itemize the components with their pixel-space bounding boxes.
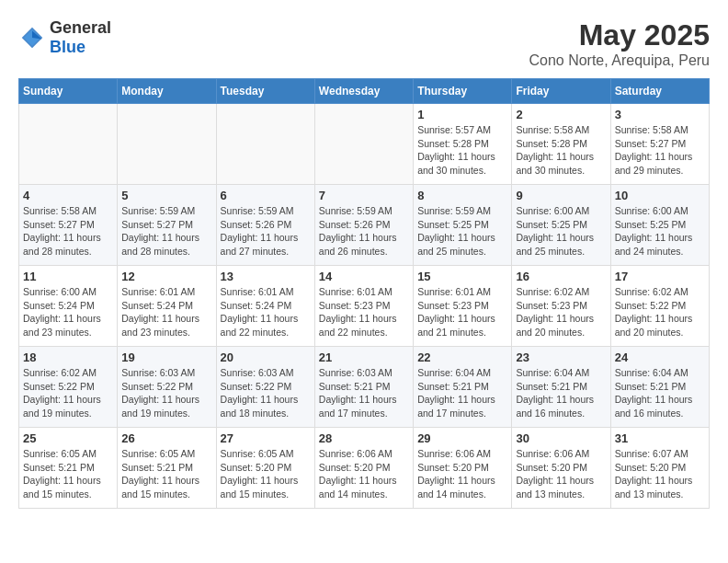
day-number: 20 [221, 350, 311, 364]
calendar-cell: 15Sunrise: 6:01 AM Sunset: 5:23 PM Dayli… [414, 266, 512, 347]
calendar-cell: 25Sunrise: 6:05 AM Sunset: 5:21 PM Dayli… [19, 428, 118, 509]
day-number: 15 [417, 270, 507, 283]
day-info: Sunrise: 6:00 AM Sunset: 5:25 PM Dayligh… [516, 204, 606, 259]
logo: General Blue [18, 18, 111, 57]
day-info: Sunrise: 5:57 AM Sunset: 5:28 PM Dayligh… [417, 123, 507, 178]
day-number: 11 [23, 270, 113, 283]
day-info: Sunrise: 6:03 AM Sunset: 5:22 PM Dayligh… [121, 366, 211, 420]
calendar-week-4: 18Sunrise: 6:02 AM Sunset: 5:22 PM Dayli… [19, 347, 710, 428]
calendar-cell: 27Sunrise: 6:05 AM Sunset: 5:20 PM Dayli… [216, 428, 314, 509]
day-info: Sunrise: 6:07 AM Sunset: 5:20 PM Dayligh… [615, 447, 705, 501]
day-info: Sunrise: 6:03 AM Sunset: 5:21 PM Dayligh… [319, 366, 409, 420]
day-info: Sunrise: 6:06 AM Sunset: 5:20 PM Dayligh… [516, 447, 606, 501]
day-number: 6 [221, 189, 311, 202]
page-subtitle: Cono Norte, Arequipa, Peru [529, 52, 710, 69]
calendar-cell: 8Sunrise: 5:59 AM Sunset: 5:25 PM Daylig… [414, 185, 512, 266]
day-info: Sunrise: 6:02 AM Sunset: 5:22 PM Dayligh… [23, 366, 113, 420]
day-number: 21 [319, 350, 409, 364]
calendar-cell: 22Sunrise: 6:04 AM Sunset: 5:21 PM Dayli… [414, 347, 512, 428]
calendar-cell: 28Sunrise: 6:06 AM Sunset: 5:20 PM Dayli… [314, 428, 413, 509]
day-info: Sunrise: 6:05 AM Sunset: 5:21 PM Dayligh… [23, 447, 113, 501]
day-info: Sunrise: 6:04 AM Sunset: 5:21 PM Dayligh… [417, 366, 507, 420]
calendar-cell: 26Sunrise: 6:05 AM Sunset: 5:21 PM Dayli… [118, 428, 216, 509]
logo-icon [18, 24, 46, 52]
day-info: Sunrise: 5:59 AM Sunset: 5:26 PM Dayligh… [221, 204, 311, 259]
calendar-header-row: SundayMondayTuesdayWednesdayThursdayFrid… [19, 79, 710, 104]
day-number: 22 [417, 350, 507, 364]
day-number: 27 [221, 431, 311, 445]
day-info: Sunrise: 5:58 AM Sunset: 5:27 PM Dayligh… [615, 123, 705, 178]
calendar-cell [19, 104, 118, 185]
day-number: 14 [319, 270, 409, 283]
logo-general-text: General [50, 18, 111, 38]
day-info: Sunrise: 5:59 AM Sunset: 5:26 PM Dayligh… [319, 204, 409, 259]
day-number: 9 [516, 189, 606, 202]
calendar-cell: 11Sunrise: 6:00 AM Sunset: 5:24 PM Dayli… [19, 266, 118, 347]
day-number: 26 [121, 431, 211, 445]
calendar-cell: 23Sunrise: 6:04 AM Sunset: 5:21 PM Dayli… [512, 347, 610, 428]
day-number: 25 [23, 431, 113, 445]
day-info: Sunrise: 6:05 AM Sunset: 5:21 PM Dayligh… [121, 447, 211, 501]
day-number: 18 [23, 350, 113, 364]
day-number: 19 [121, 350, 211, 364]
title-block: May 2025 Cono Norte, Arequipa, Peru [529, 18, 710, 69]
day-number: 1 [417, 108, 507, 121]
day-info: Sunrise: 6:04 AM Sunset: 5:21 PM Dayligh… [516, 366, 606, 420]
day-info: Sunrise: 5:58 AM Sunset: 5:27 PM Dayligh… [23, 204, 113, 259]
day-info: Sunrise: 6:00 AM Sunset: 5:25 PM Dayligh… [615, 204, 705, 259]
day-header-thursday: Thursday [414, 79, 512, 104]
calendar-cell: 2Sunrise: 5:58 AM Sunset: 5:28 PM Daylig… [512, 104, 610, 185]
day-number: 24 [615, 350, 705, 364]
day-header-saturday: Saturday [610, 79, 709, 104]
calendar-cell: 16Sunrise: 6:02 AM Sunset: 5:23 PM Dayli… [512, 266, 610, 347]
day-info: Sunrise: 6:06 AM Sunset: 5:20 PM Dayligh… [417, 447, 507, 501]
day-number: 4 [23, 189, 113, 202]
day-header-tuesday: Tuesday [216, 79, 314, 104]
calendar-cell [314, 104, 413, 185]
calendar-cell: 10Sunrise: 6:00 AM Sunset: 5:25 PM Dayli… [610, 185, 709, 266]
calendar-cell: 6Sunrise: 5:59 AM Sunset: 5:26 PM Daylig… [216, 185, 314, 266]
calendar-cell: 29Sunrise: 6:06 AM Sunset: 5:20 PM Dayli… [414, 428, 512, 509]
day-number: 10 [615, 189, 705, 202]
day-number: 29 [417, 431, 507, 445]
day-number: 8 [417, 189, 507, 202]
page-title: May 2025 [529, 18, 710, 52]
calendar-cell: 14Sunrise: 6:01 AM Sunset: 5:23 PM Dayli… [314, 266, 413, 347]
calendar-cell [216, 104, 314, 185]
day-info: Sunrise: 6:01 AM Sunset: 5:24 PM Dayligh… [121, 285, 211, 339]
calendar-week-5: 25Sunrise: 6:05 AM Sunset: 5:21 PM Dayli… [19, 428, 710, 509]
day-info: Sunrise: 6:02 AM Sunset: 5:22 PM Dayligh… [615, 285, 705, 339]
logo-text: General Blue [50, 18, 111, 57]
calendar-cell: 4Sunrise: 5:58 AM Sunset: 5:27 PM Daylig… [19, 185, 118, 266]
day-info: Sunrise: 6:01 AM Sunset: 5:23 PM Dayligh… [319, 285, 409, 339]
day-number: 31 [615, 431, 705, 445]
calendar-cell: 9Sunrise: 6:00 AM Sunset: 5:25 PM Daylig… [512, 185, 610, 266]
calendar-cell: 30Sunrise: 6:06 AM Sunset: 5:20 PM Dayli… [512, 428, 610, 509]
day-info: Sunrise: 5:59 AM Sunset: 5:25 PM Dayligh… [417, 204, 507, 259]
calendar-cell: 18Sunrise: 6:02 AM Sunset: 5:22 PM Dayli… [19, 347, 118, 428]
page-header: General Blue May 2025 Cono Norte, Arequi… [18, 18, 710, 69]
day-info: Sunrise: 6:01 AM Sunset: 5:24 PM Dayligh… [221, 285, 311, 339]
day-info: Sunrise: 6:01 AM Sunset: 5:23 PM Dayligh… [417, 285, 507, 339]
day-info: Sunrise: 6:06 AM Sunset: 5:20 PM Dayligh… [319, 447, 409, 501]
logo-blue-text: Blue [50, 38, 111, 57]
day-info: Sunrise: 6:04 AM Sunset: 5:21 PM Dayligh… [615, 366, 705, 420]
calendar-cell: 5Sunrise: 5:59 AM Sunset: 5:27 PM Daylig… [118, 185, 216, 266]
calendar-cell: 21Sunrise: 6:03 AM Sunset: 5:21 PM Dayli… [314, 347, 413, 428]
day-info: Sunrise: 6:02 AM Sunset: 5:23 PM Dayligh… [516, 285, 606, 339]
day-info: Sunrise: 6:05 AM Sunset: 5:20 PM Dayligh… [221, 447, 311, 501]
day-number: 17 [615, 270, 705, 283]
day-number: 16 [516, 270, 606, 283]
day-info: Sunrise: 5:59 AM Sunset: 5:27 PM Dayligh… [121, 204, 211, 259]
day-number: 30 [516, 431, 606, 445]
day-header-friday: Friday [512, 79, 610, 104]
calendar-cell: 13Sunrise: 6:01 AM Sunset: 5:24 PM Dayli… [216, 266, 314, 347]
calendar-table: SundayMondayTuesdayWednesdayThursdayFrid… [18, 78, 710, 509]
day-info: Sunrise: 5:58 AM Sunset: 5:28 PM Dayligh… [516, 123, 606, 178]
day-header-sunday: Sunday [19, 79, 118, 104]
day-number: 5 [121, 189, 211, 202]
day-number: 28 [319, 431, 409, 445]
day-number: 23 [516, 350, 606, 364]
day-header-monday: Monday [118, 79, 216, 104]
calendar-cell [118, 104, 216, 185]
